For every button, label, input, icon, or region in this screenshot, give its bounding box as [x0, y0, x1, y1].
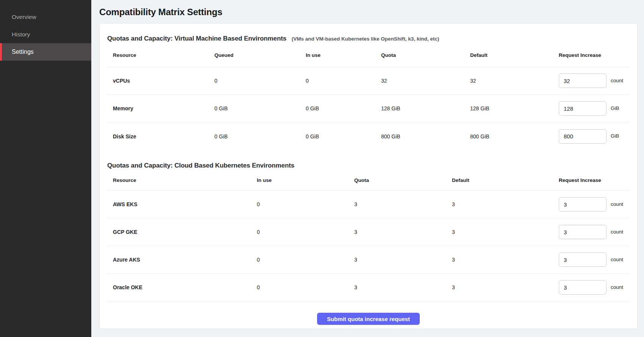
column-header-queued: Queued: [214, 52, 306, 58]
default-value: 3: [452, 284, 559, 290]
table-row-disk-size: Disk Size 0 GiB 0 GiB 800 GiB 800 GiB Gi…: [107, 122, 630, 150]
quota-settings-card: Quotas and Capacity: Virtual Machine Bas…: [99, 23, 638, 329]
disk-size-request-increase-input[interactable]: [559, 129, 606, 144]
main-content: Compatibility Matrix Settings Quotas and…: [91, 0, 644, 337]
sidebar: Overview History Settings: [0, 0, 91, 337]
app-root: Overview History Settings Compatibility …: [0, 0, 644, 337]
table-row-vcpus: vCPUs 0 0 32 32 count: [107, 67, 630, 95]
vm-table-header: Resource Queued In use Quota Default Req…: [107, 44, 630, 67]
azure-aks-request-increase-input[interactable]: [559, 252, 606, 267]
unit-label: count: [606, 78, 630, 83]
table-row-oracle-oke: Oracle OKE 0 3 3 count: [107, 274, 630, 301]
sidebar-item-settings[interactable]: Settings: [0, 43, 91, 61]
column-header-request-increase: Request Increase: [559, 52, 606, 58]
quota-value: 128 GiB: [381, 105, 470, 111]
sidebar-item-history[interactable]: History: [0, 26, 91, 43]
column-header-resource: Resource: [113, 177, 257, 183]
in-use-value: 0: [257, 229, 354, 235]
in-use-value: 0: [306, 78, 381, 84]
cloud-section-title: Quotas and Capacity: Cloud Based Kuberne…: [107, 162, 294, 169]
in-use-value: 0: [257, 201, 354, 207]
cloud-section-heading: Quotas and Capacity: Cloud Based Kuberne…: [107, 150, 630, 170]
resource-name: Oracle OKE: [113, 284, 257, 290]
column-header-default: Default: [470, 52, 559, 58]
quota-value: 3: [354, 257, 452, 263]
default-value: 800 GiB: [470, 133, 559, 140]
queued-value: 0 GiB: [214, 133, 306, 140]
sidebar-nav: Overview History Settings: [0, 8, 91, 61]
in-use-value: 0: [257, 257, 354, 263]
unit-label: count: [606, 201, 630, 207]
cloud-table-header: Resource In use Quota Default Request In…: [107, 170, 630, 191]
column-header-default: Default: [452, 177, 559, 183]
sidebar-item-label: Overview: [12, 14, 36, 20]
column-header-resource: Resource: [113, 52, 214, 58]
resource-name: AWS EKS: [113, 201, 257, 207]
vm-section-heading: Quotas and Capacity: Virtual Machine Bas…: [107, 24, 630, 44]
quota-value: 32: [381, 78, 470, 84]
quota-value: 3: [354, 229, 452, 235]
column-header-quota: Quota: [354, 177, 452, 183]
table-row-gcp-gke: GCP GKE 0 3 3 count: [107, 218, 630, 246]
in-use-value: 0 GiB: [306, 133, 381, 140]
aws-eks-request-increase-input[interactable]: [559, 197, 606, 212]
vm-section-subtitle: (VMs and VM-based Kubernetes like OpenSh…: [292, 36, 439, 42]
sidebar-item-label: Settings: [12, 49, 34, 55]
default-value: 128 GiB: [470, 105, 559, 111]
resource-name: Memory: [113, 105, 214, 111]
in-use-value: 0: [257, 284, 354, 290]
page-title: Compatibility Matrix Settings: [99, 7, 638, 17]
resource-name: vCPUs: [113, 78, 214, 84]
unit-label: GiB: [606, 105, 630, 111]
submit-quota-increase-button[interactable]: Submit quota increase request: [317, 313, 420, 325]
submit-row: Submit quota increase request: [107, 301, 630, 336]
column-header-in-use: In use: [306, 52, 381, 58]
table-row-aws-eks: AWS EKS 0 3 3 count: [107, 191, 630, 218]
active-indicator: [0, 43, 2, 61]
column-header-in-use: In use: [257, 177, 354, 183]
quota-value: 800 GiB: [381, 133, 470, 140]
unit-label: GiB: [606, 133, 630, 139]
quota-value: 3: [354, 284, 452, 290]
table-row-memory: Memory 0 GiB 0 GiB 128 GiB 128 GiB GiB: [107, 95, 630, 122]
in-use-value: 0 GiB: [306, 105, 381, 111]
default-value: 32: [470, 78, 559, 84]
queued-value: 0 GiB: [214, 105, 306, 111]
resource-name: Disk Size: [113, 133, 214, 140]
resource-name: GCP GKE: [113, 229, 257, 235]
default-value: 3: [452, 201, 559, 207]
vm-section-title: Quotas and Capacity: Virtual Machine Bas…: [107, 35, 286, 42]
unit-label: count: [606, 229, 630, 235]
sidebar-item-overview[interactable]: Overview: [0, 8, 91, 26]
resource-name: Azure AKS: [113, 257, 257, 263]
column-header-quota: Quota: [381, 52, 470, 58]
default-value: 3: [452, 257, 559, 263]
oracle-oke-request-increase-input[interactable]: [559, 280, 606, 295]
gcp-gke-request-increase-input[interactable]: [559, 225, 606, 239]
table-row-azure-aks: Azure AKS 0 3 3 count: [107, 246, 630, 274]
default-value: 3: [452, 229, 559, 235]
column-header-request-increase: Request Increase: [559, 177, 606, 183]
memory-request-increase-input[interactable]: [559, 101, 606, 116]
queued-value: 0: [214, 78, 306, 84]
unit-label: count: [606, 257, 630, 262]
quota-value: 3: [354, 201, 452, 207]
unit-label: count: [606, 284, 630, 290]
vcpus-request-increase-input[interactable]: [559, 74, 606, 88]
sidebar-item-label: History: [12, 31, 30, 38]
